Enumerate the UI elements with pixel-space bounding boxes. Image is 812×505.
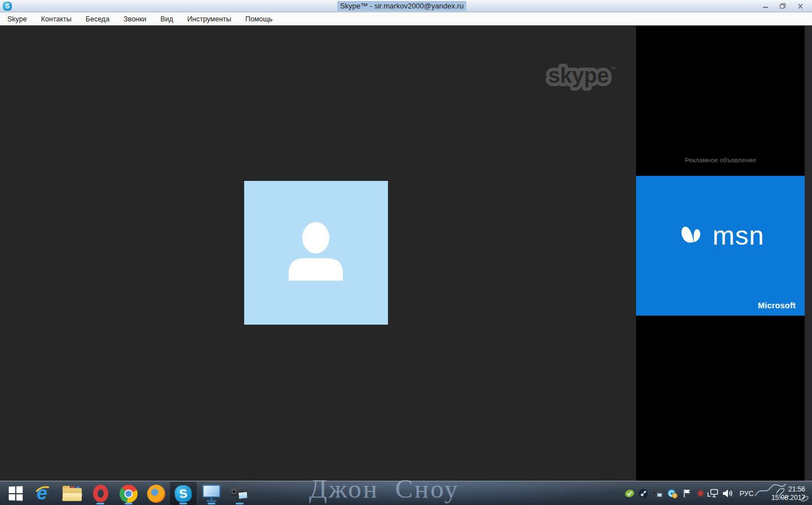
- msn-butterfly-icon: [677, 220, 707, 250]
- running-indicator: [236, 503, 244, 504]
- taskbar-display[interactable]: [197, 481, 226, 505]
- minimize-icon: [762, 3, 769, 8]
- restore-icon: [779, 3, 786, 9]
- clock[interactable]: 21:56 15.08.2017: [760, 481, 807, 505]
- tray-network[interactable]: [706, 481, 720, 505]
- msn-ad-banner[interactable]: msn Microsoft: [636, 176, 805, 316]
- network-icon: [707, 489, 719, 498]
- windows-logo-icon: [8, 486, 23, 501]
- msn-logo-text: msn: [713, 222, 765, 249]
- ad-label: Рекламное объявление: [636, 157, 805, 163]
- tray-steam[interactable]: [637, 481, 650, 505]
- taskbar-skype[interactable]: S: [169, 481, 197, 505]
- flag-icon: [682, 489, 692, 498]
- taskbar-internet-explorer[interactable]: e: [30, 481, 58, 505]
- tray-action-center[interactable]: [680, 481, 694, 505]
- desktop-screen: S Skype™ - sir.markov2000@yandex.ru Skyp…: [0, 0, 812, 505]
- folder-icon: [63, 486, 82, 501]
- running-indicator: [208, 503, 215, 504]
- opera-icon: [93, 485, 108, 502]
- taskbar-opera[interactable]: [86, 481, 114, 505]
- menu-tools[interactable]: Инструменты: [187, 15, 231, 23]
- clock-time: 21:56: [788, 485, 805, 494]
- taskbar-file-explorer[interactable]: [58, 481, 86, 505]
- taskbar-firefox[interactable]: [142, 481, 170, 505]
- main-content-area: skype ™ Рекламное объявление msn: [0, 26, 812, 481]
- close-icon: [797, 3, 804, 9]
- taskbar: e S: [0, 481, 812, 505]
- window-title: Skype™ - sir.markov2000@yandex.ru: [337, 1, 466, 11]
- microsoft-logo-text: Microsoft: [758, 301, 796, 310]
- avatar-placeholder: [244, 181, 388, 325]
- skype-icon: S: [174, 484, 193, 503]
- tray-volume[interactable]: [721, 481, 734, 505]
- close-button[interactable]: [791, 1, 809, 11]
- malware-alert-icon: [696, 489, 705, 498]
- running-indicator: [96, 503, 104, 504]
- steam-icon: [638, 489, 648, 499]
- antivirus-ok-icon: [624, 489, 635, 498]
- menu-view[interactable]: Вид: [160, 15, 173, 23]
- monitor-icon: [202, 485, 221, 503]
- taskbar-chrome[interactable]: [114, 481, 143, 505]
- menu-contacts[interactable]: Контакты: [41, 15, 72, 23]
- tray-screen-recorder[interactable]: [651, 481, 664, 505]
- menu-skype[interactable]: Skype: [7, 15, 27, 23]
- taskbar-video-camera[interactable]: [226, 481, 254, 505]
- skype-app-icon: S: [3, 2, 12, 11]
- internet-explorer-icon: e: [34, 484, 54, 503]
- person-icon: [244, 181, 388, 325]
- skype-logo-watermark: skype ™: [545, 60, 619, 94]
- menu-calls[interactable]: Звонки: [123, 15, 146, 23]
- skype-logo-tm: ™: [610, 65, 616, 72]
- right-edge-strip: [805, 26, 812, 481]
- clock-date: 15.08.2017: [771, 494, 805, 502]
- tray-malware-alert[interactable]: [694, 481, 707, 505]
- ad-panel: Рекламное объявление msn Microsoft: [636, 26, 805, 481]
- window-controls: [756, 1, 809, 11]
- menu-help[interactable]: Помощь: [245, 15, 272, 23]
- speaker-icon: [722, 489, 733, 498]
- minimize-button[interactable]: [756, 1, 774, 11]
- running-indicator: [125, 503, 133, 504]
- taskbar-glass-glow: [237, 481, 620, 505]
- skype-logo-text: skype: [548, 64, 609, 87]
- chrome-icon: [120, 485, 138, 503]
- menu-bar: Skype Контакты Беседа Звонки Вид Инструм…: [0, 12, 812, 26]
- tray-antivirus-ok[interactable]: [623, 481, 636, 505]
- start-button[interactable]: [0, 481, 30, 505]
- tray-protection-alert[interactable]: [665, 481, 679, 505]
- running-indicator: [179, 503, 187, 504]
- language-indicator[interactable]: РУС: [735, 481, 758, 505]
- protection-alert-icon: [667, 489, 678, 499]
- menu-conversation[interactable]: Беседа: [86, 15, 109, 23]
- video-camera-icon: [230, 485, 250, 502]
- screen-recorder-icon: [652, 489, 663, 498]
- window-titlebar: S Skype™ - sir.markov2000@yandex.ru: [0, 0, 812, 12]
- restore-button[interactable]: [774, 1, 791, 11]
- firefox-icon: [147, 485, 165, 503]
